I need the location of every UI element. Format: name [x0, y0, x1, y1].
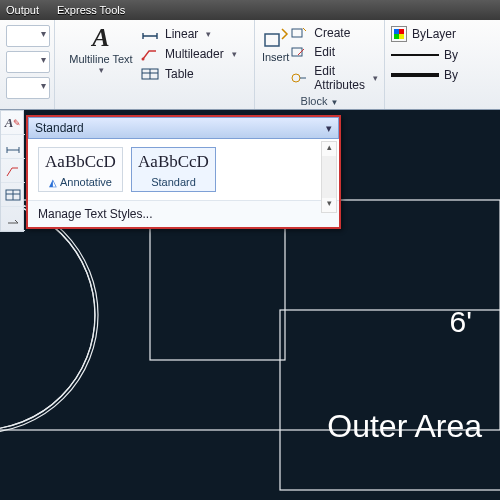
multiline-text-button[interactable]: A Multiline Text ▾: [61, 23, 141, 75]
manage-text-styles[interactable]: Manage Text Styles...: [28, 200, 339, 227]
multileader-icon: [141, 47, 159, 61]
line1-label: By: [444, 48, 458, 62]
line-thick-icon: [391, 73, 439, 77]
scroll-down-icon[interactable]: ▾: [322, 198, 336, 212]
style-gallery: AaBbCcD ◭Annotative AaBbCcD Standard: [28, 139, 339, 200]
create-label: Create: [314, 26, 350, 40]
edit-label: Edit: [314, 45, 335, 59]
svg-point-5: [292, 74, 300, 82]
insert-icon: [262, 25, 290, 51]
menu-bar: Output Express Tools: [0, 0, 500, 20]
quick-slot-3[interactable]: [6, 77, 50, 99]
panel-quick: [0, 20, 55, 109]
multileader-button[interactable]: Multileader ▾: [141, 47, 237, 61]
table-icon: [141, 67, 159, 81]
scale-tool[interactable]: [1, 207, 25, 231]
leader-style-tool[interactable]: [1, 159, 25, 183]
dimension-text-6ft: 6': [450, 305, 472, 339]
annotative-icon: ◭: [49, 177, 57, 188]
multileader-label: Multileader: [165, 47, 224, 61]
label-outer-area: Outer Area: [327, 408, 482, 445]
current-style-label: Standard: [35, 121, 84, 135]
table-style-tool[interactable]: [1, 183, 25, 207]
edit-block-button[interactable]: Edit: [290, 45, 378, 59]
panel-annotation: A Multiline Text ▾ Linear ▾ Multileader: [55, 20, 255, 109]
linetype-selector[interactable]: By: [391, 68, 494, 82]
style-sample: AaBbCcD: [134, 152, 213, 172]
color-selector[interactable]: ByLayer: [391, 26, 494, 42]
edit-attrs-icon: [290, 71, 308, 85]
annotation-panel-label: [61, 94, 248, 107]
multiline-text-label: Multiline Text: [69, 53, 132, 65]
linear-dim-button[interactable]: Linear ▾: [141, 27, 237, 41]
block-panel-label[interactable]: Block▼: [261, 94, 378, 107]
text-icon: A: [92, 25, 109, 51]
linear-label: Linear: [165, 27, 198, 41]
insert-label: Insert: [262, 51, 290, 63]
create-icon: [290, 26, 308, 40]
edit-icon: [290, 45, 308, 59]
style-standard-label: Standard: [151, 176, 196, 188]
style-annotative-label: Annotative: [60, 176, 112, 188]
quick-slot-1[interactable]: [6, 25, 50, 47]
svg-point-9: [0, 197, 98, 433]
svg-point-0: [142, 58, 145, 61]
linear-icon: [141, 27, 159, 41]
line2-label: By: [444, 68, 458, 82]
chevron-down-icon[interactable]: ▾: [373, 73, 378, 83]
table-label: Table: [165, 67, 194, 81]
panel-block: Insert Create Edit: [255, 20, 385, 109]
side-toolbar: A✎: [0, 110, 24, 232]
text-style-combobox[interactable]: Standard: [28, 117, 339, 139]
menu-express-tools[interactable]: Express Tools: [57, 4, 125, 16]
insert-button[interactable]: Insert: [261, 23, 290, 63]
svg-rect-6: [0, 200, 500, 430]
create-block-button[interactable]: Create: [290, 26, 378, 40]
lineweight-selector[interactable]: By: [391, 48, 494, 62]
table-button[interactable]: Table: [141, 67, 237, 81]
edit-attrs-button[interactable]: Edit Attributes ▾: [290, 64, 378, 92]
panel-properties: ByLayer By By: [385, 20, 500, 109]
style-standard[interactable]: AaBbCcD Standard: [131, 147, 216, 192]
chevron-down-icon[interactable]: ▾: [99, 65, 104, 75]
ribbon: A Multiline Text ▾ Linear ▾ Multileader: [0, 20, 500, 110]
line-icon: [391, 54, 439, 56]
text-style-dropdown: Standard AaBbCcD ◭Annotative AaBbCcD Sta…: [26, 115, 341, 229]
dim-style-tool[interactable]: [1, 135, 25, 159]
chevron-down-icon[interactable]: ▾: [206, 29, 211, 39]
style-annotative[interactable]: AaBbCcD ◭Annotative: [38, 147, 123, 192]
bylayer-label: ByLayer: [412, 27, 456, 41]
menu-output[interactable]: Output: [6, 4, 39, 16]
style-sample: AaBbCcD: [41, 152, 120, 172]
color-swatch-icon: [391, 26, 407, 42]
edit-attrs-label: Edit Attributes: [314, 64, 365, 92]
svg-rect-3: [292, 29, 302, 37]
scroll-up-icon[interactable]: ▴: [322, 142, 336, 156]
gallery-scrollbar[interactable]: ▴ ▾: [321, 141, 337, 213]
chevron-down-icon[interactable]: ▾: [232, 49, 237, 59]
quick-slot-2[interactable]: [6, 51, 50, 73]
svg-rect-2: [265, 34, 279, 46]
text-style-tool[interactable]: A✎: [1, 111, 25, 135]
